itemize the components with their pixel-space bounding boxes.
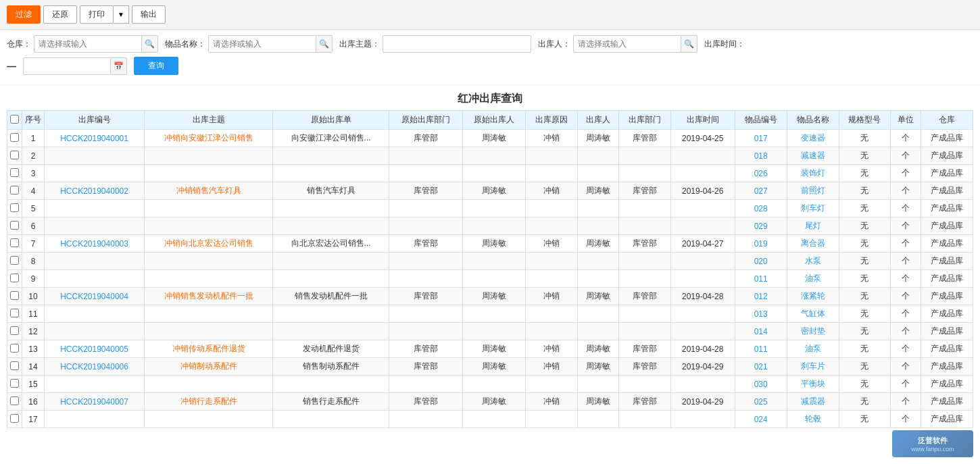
subject-link[interactable]: 冲销销售汽车灯具 [176,186,241,195]
row-checkbox[interactable] [10,274,19,282]
row-checkbox-cell[interactable] [7,411,22,428]
row-checkbox[interactable] [10,203,19,212]
row-checkbox-cell[interactable] [7,253,22,270]
code-link[interactable]: HCCK2019040003 [60,239,128,249]
item-no-link[interactable]: 028 [754,204,768,213]
item-no-link[interactable]: 026 [754,169,768,178]
date-input[interactable] [23,57,111,75]
item-no-link[interactable]: 020 [754,257,768,266]
item-no-link[interactable]: 013 [754,309,768,319]
row-checkbox[interactable] [10,168,19,177]
item-name-link[interactable]: 油泵 [805,344,821,353]
item-name-link[interactable]: 气缸体 [801,309,825,318]
code-link[interactable]: HCCK2019040006 [60,362,128,371]
select-all-checkbox[interactable] [10,115,19,124]
row-checkbox[interactable] [10,414,19,423]
row-checkbox[interactable] [10,151,19,159]
item-name-link[interactable]: 密封垫 [801,326,825,336]
row-checkbox[interactable] [10,133,19,142]
row-checkbox[interactable] [10,379,19,388]
query-button[interactable]: 查询 [134,57,178,75]
item-no-link[interactable]: 029 [754,222,768,231]
row-checkbox-cell[interactable] [7,305,22,323]
row-checkbox-cell[interactable] [7,130,22,147]
code-link[interactable]: HCCK2019040007 [60,397,128,407]
item-name-link[interactable]: 刹车灯 [801,203,825,213]
item-no-link[interactable]: 030 [754,380,768,389]
row-checkbox-cell[interactable] [7,217,22,235]
code-link[interactable]: HCCK2019040001 [60,134,128,143]
item-name-link[interactable]: 离合器 [801,238,825,248]
item-no-link[interactable]: 011 [754,274,768,284]
row-checkbox[interactable] [10,309,19,317]
code-link[interactable]: HCCK2019040004 [60,292,128,301]
export-button[interactable]: 输出 [132,5,166,24]
header-checkbox[interactable] [7,111,22,130]
subject-input[interactable] [383,35,531,53]
row-checkbox-cell[interactable] [7,376,22,393]
subject-link[interactable]: 冲销向北京宏达公司销售 [164,238,253,248]
item-name-link[interactable]: 平衡块 [801,379,825,388]
filter-button[interactable]: 过滤 [7,5,41,24]
item-name-link[interactable]: 尾灯 [805,221,821,230]
item-name-link[interactable]: 刹车片 [801,361,825,371]
item-no-link[interactable]: 021 [754,362,768,371]
row-checkbox[interactable] [10,238,19,247]
row-checkbox-cell[interactable] [7,147,22,165]
row-checkbox-cell[interactable] [7,182,22,200]
subject-link[interactable]: 冲销向安徽江津公司销售 [164,133,253,143]
item-name-link[interactable]: 油泵 [805,274,821,283]
print-dropdown-arrow[interactable]: ▼ [114,5,129,24]
item-name-link[interactable]: 减速器 [801,151,825,160]
subject-link[interactable]: 冲销行走系配件 [180,396,237,406]
item-name-link[interactable]: 轮毂 [805,414,821,423]
item-name-link[interactable]: 装饰灯 [801,168,825,178]
row-checkbox-cell[interactable] [7,165,22,182]
row-checkbox[interactable] [10,396,19,405]
item-no-link[interactable]: 027 [754,186,768,196]
item-name-link[interactable]: 变速器 [801,133,825,143]
item-name-search-icon[interactable]: 🔍 [316,35,333,53]
code-link[interactable]: HCCK2019040002 [60,186,128,196]
row-checkbox-cell[interactable] [7,200,22,217]
row-checkbox-cell[interactable] [7,340,22,358]
row-checkbox[interactable] [10,291,19,300]
item-no-link[interactable]: 012 [754,292,768,301]
item-no-link[interactable]: 011 [754,344,768,354]
item-no-link[interactable]: 014 [754,327,768,336]
item-no-link[interactable]: 018 [754,151,768,161]
item-name-input[interactable] [208,35,316,53]
calendar-icon[interactable]: 📅 [111,57,127,75]
row-checkbox-cell[interactable] [7,270,22,288]
row-checkbox[interactable] [10,326,19,335]
item-no-link[interactable]: 024 [754,415,768,424]
operator-search-icon[interactable]: 🔍 [681,35,697,53]
row-checkbox[interactable] [10,344,19,353]
row-checkbox-cell[interactable] [7,288,22,305]
row-checkbox-cell[interactable] [7,235,22,253]
print-button[interactable]: 打印 [80,5,114,24]
operator-input[interactable] [573,35,681,53]
warehouse-search-icon[interactable]: 🔍 [142,35,158,53]
item-name-link[interactable]: 减震器 [801,396,825,406]
item-name-link[interactable]: 涨紧轮 [801,291,825,301]
row-checkbox[interactable] [10,361,19,370]
item-name-link[interactable]: 前照灯 [801,186,825,195]
row-checkbox-cell[interactable] [7,393,22,411]
row-checkbox-cell[interactable] [7,323,22,340]
print-dropdown[interactable]: 打印 ▼ [80,5,129,24]
subject-link[interactable]: 冲销传动系配件退货 [172,344,245,353]
item-no-link[interactable]: 017 [754,134,768,143]
warehouse-input[interactable] [34,35,142,53]
row-checkbox[interactable] [10,256,19,265]
subject-link[interactable]: 冲销销售发动机配件一批 [164,291,253,301]
item-no-link[interactable]: 025 [754,397,768,407]
row-checkbox[interactable] [10,221,19,230]
item-name-link[interactable]: 水泵 [805,256,821,265]
reset-button[interactable]: 还原 [43,5,77,24]
subject-link[interactable]: 冲销制动系配件 [180,361,237,371]
row-checkbox-cell[interactable] [7,358,22,376]
item-no-link[interactable]: 019 [754,239,768,249]
code-link[interactable]: HCCK2019040005 [60,344,128,354]
row-checkbox[interactable] [10,186,19,195]
